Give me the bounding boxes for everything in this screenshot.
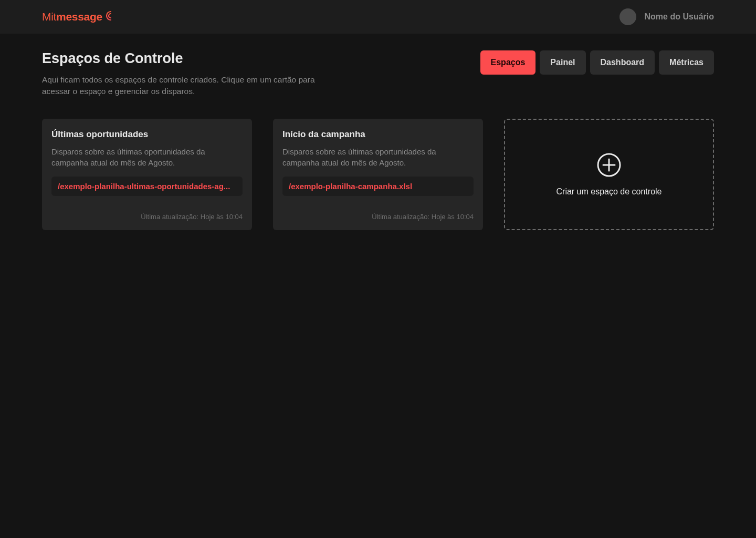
logo-text-part1: Mit [42,11,56,23]
page-title: Espaços de Controle [42,50,315,67]
card-title: Últimas oportunidades [51,129,243,140]
tab-dashboard[interactable]: Dashboard [590,50,655,75]
cards-grid: Últimas oportunidades Disparos sobre as … [0,98,756,251]
top-header: Mitmessage Nome do Usuário [0,0,756,34]
tab-metricas[interactable]: Métricas [659,50,714,75]
card-title: Início da campanha [282,129,474,140]
card-file-path: /exemplo-planilha-ultimas-oportunidades-… [51,177,243,196]
card-file-path: /exemplo-planilha-campanha.xlsl [282,177,474,196]
tab-painel[interactable]: Painel [540,50,585,75]
user-area[interactable]: Nome do Usuário [620,8,714,25]
nav-tabs: Espaços Painel Dashboard Métricas [480,50,714,75]
space-card[interactable]: Início da campanha Disparos sobre as últ… [273,119,483,230]
username-label: Nome do Usuário [645,12,714,22]
tab-espacos[interactable]: Espaços [480,50,536,75]
page-top: Espaços de Controle Aqui ficam todos os … [0,34,756,98]
page-header: Espaços de Controle Aqui ficam todos os … [42,50,315,98]
create-space-card[interactable]: Criar um espaço de controle [504,119,714,230]
card-description: Disparos sobre as últimas oportunidades … [51,146,243,168]
logo-text-part2: message [56,11,102,23]
space-card[interactable]: Últimas oportunidades Disparos sobre as … [42,119,252,230]
plus-circle-icon [596,152,622,178]
card-updated-at: Última atualização: Hoje às 10:04 [51,213,243,221]
card-description: Disparos sobre as últimas oportunidades … [282,146,474,168]
logo[interactable]: Mitmessage [42,9,117,24]
avatar [620,8,636,25]
logo-wave-icon [104,9,117,24]
create-space-label: Criar um espaço de controle [556,187,662,196]
card-updated-at: Última atualização: Hoje às 10:04 [282,213,474,221]
page-subtitle: Aqui ficam todos os espaços de controle … [42,74,315,98]
